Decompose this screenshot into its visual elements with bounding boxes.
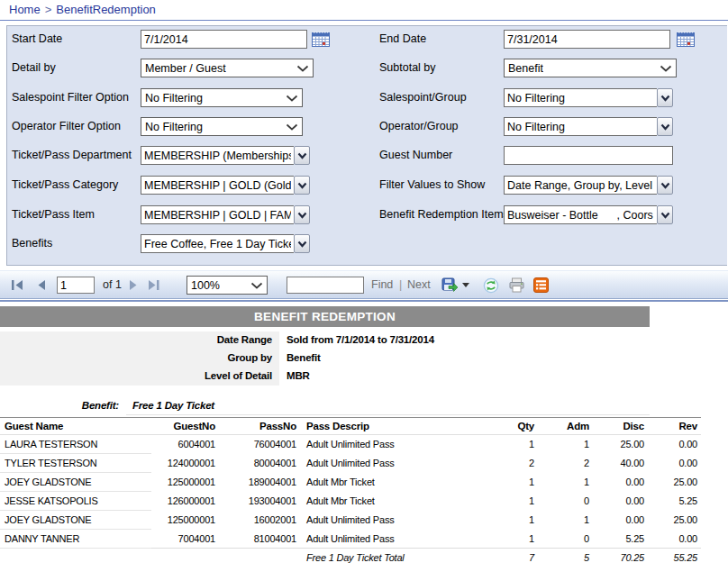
operator-group-value[interactable] [504, 117, 657, 136]
detail-by-select[interactable]: Member / Guest [141, 59, 314, 77]
guest-no: 124000001 [151, 454, 219, 473]
level-of-detail-value: MBR [287, 370, 310, 381]
find-link[interactable]: Find [371, 278, 393, 291]
pass-descrip: Adult Unlimited Pass [300, 530, 483, 549]
chevron-down-icon[interactable] [657, 88, 673, 107]
chevron-down-icon[interactable] [294, 234, 310, 253]
subtotal-by-select[interactable]: Benefit [504, 59, 677, 77]
last-page-button[interactable] [147, 279, 160, 291]
guest-name: JOEY GLADSTONE [0, 473, 151, 492]
find-text-input[interactable] [287, 277, 364, 294]
group-by-value: Benefit [287, 352, 321, 363]
pass-no: 80004001 [219, 454, 300, 473]
disc: 40.00 [593, 454, 648, 473]
table-row: DANNY TANNER 7004001 81004001 Adult Unli… [0, 530, 701, 549]
chevron-down-icon [286, 95, 298, 102]
data-feed-icon[interactable] [533, 277, 549, 293]
benefit-redemption-items-label: Benefit Redemption Items [379, 208, 509, 221]
guest-name: TYLER TESTERSON [0, 454, 151, 473]
disc: 25.00 [593, 435, 648, 454]
adm: 0 [538, 530, 593, 549]
table-row: JOEY GLADSTONE 125000001 16002001 Adult … [0, 511, 701, 530]
benefits-label: Benefits [12, 237, 52, 250]
info-row-date-range: Date Range Sold from 7/1/2014 to 7/31/20… [0, 331, 650, 350]
disc: 0.00 [593, 511, 648, 530]
adm: 1 [538, 435, 593, 454]
chevron-down-icon[interactable] [294, 146, 310, 165]
level-of-detail-label: Level of Detail [0, 368, 279, 386]
disc: 0.00 [593, 473, 648, 492]
next-page-button[interactable] [128, 279, 139, 291]
benefits-value[interactable] [141, 234, 294, 253]
breadcrumb-home-link[interactable]: Home [9, 3, 41, 16]
date-range-value: Sold from 7/1/2014 to 7/31/2014 [287, 334, 434, 345]
salespoint-group-combo[interactable] [504, 88, 673, 107]
rev: 0.00 [648, 435, 701, 454]
ticket-pass-item-value[interactable] [141, 205, 294, 224]
zoom-select[interactable]: 100% [187, 276, 268, 295]
previous-page-button[interactable] [36, 279, 47, 291]
pass-descrip: Adult Unlimited Pass [300, 435, 483, 454]
toolbar-divider [0, 300, 728, 302]
guest-name: JOEY GLADSTONE [0, 511, 151, 530]
breadcrumb-current[interactable]: BenefitRedemption [56, 3, 156, 16]
table-row: JESSE KATSOPOLIS 126000001 193004001 Adu… [0, 492, 701, 511]
ticket-pass-department-combo[interactable] [141, 146, 310, 165]
filter-values-to-show-label: Filter Values to Show [379, 178, 485, 191]
page-count-label: of 1 [103, 278, 122, 291]
guest-name: LAURA TESTERSON [0, 435, 151, 454]
current-page-input[interactable] [57, 277, 95, 294]
table-row: JOEY GLADSTONE 125000001 189004001 Adult… [0, 473, 701, 492]
ticket-pass-department-label: Ticket/Pass Department [12, 149, 132, 161]
print-icon[interactable] [508, 277, 525, 293]
col-guestno: GuestNo [151, 418, 219, 435]
pass-no: 193004001 [219, 492, 300, 511]
chevron-down-icon[interactable] [294, 176, 310, 195]
ticket-pass-category-value[interactable] [141, 176, 294, 195]
chevron-down-icon[interactable] [657, 176, 673, 195]
guest-name: DANNY TANNER [0, 530, 151, 549]
chevron-down-icon[interactable] [294, 205, 310, 224]
pass-no: 16002001 [219, 511, 300, 530]
operator-group-combo[interactable] [504, 117, 673, 136]
page: Home>BenefitRedemption Start Date End Da… [0, 0, 728, 581]
total-adm: 5 [538, 549, 593, 567]
filter-values-to-show-combo[interactable] [504, 176, 673, 195]
detail-by-label: Detail by [12, 61, 56, 74]
salespoint-group-value[interactable] [504, 88, 657, 107]
operator-filter-option-select[interactable]: No Filtering [141, 117, 303, 136]
ticket-pass-department-value[interactable] [141, 146, 294, 165]
group-by-label: Group by [0, 350, 279, 368]
filter-values-to-show-value[interactable] [504, 176, 657, 195]
end-date-calendar-icon[interactable] [677, 31, 695, 47]
benefit-redemption-items-value[interactable] [504, 205, 657, 224]
start-date-field[interactable] [141, 30, 307, 49]
ticket-pass-category-combo[interactable] [141, 176, 310, 195]
find-next-link[interactable]: Next [407, 278, 431, 291]
total-qty: 7 [483, 549, 538, 567]
salespoint-filter-option-label: Salespoint Filter Option [12, 91, 129, 104]
total-disc: 70.25 [593, 549, 648, 567]
benefit-redemption-items-combo[interactable] [504, 205, 673, 224]
report-viewer-toolbar: of 1 100% Find | Next [0, 270, 728, 299]
col-qty: Qty [483, 418, 538, 435]
chevron-down-icon[interactable] [657, 117, 673, 136]
table-row: TYLER TESTERSON 124000001 80004001 Adult… [0, 454, 701, 473]
refresh-icon[interactable] [483, 277, 499, 294]
guest-number-field[interactable] [504, 146, 673, 165]
adm: 1 [538, 473, 593, 492]
export-menu-caret-icon[interactable] [462, 283, 469, 287]
chevron-down-icon[interactable] [657, 205, 673, 224]
guest-no: 6004001 [151, 435, 219, 454]
ticket-pass-item-combo[interactable] [141, 205, 310, 224]
salespoint-filter-option-select[interactable]: No Filtering [141, 88, 303, 107]
col-pass-descrip: Pass Descrip [300, 418, 483, 435]
first-page-button[interactable] [11, 279, 24, 291]
export-icon[interactable] [441, 277, 459, 293]
qty: 1 [483, 511, 538, 530]
start-date-calendar-icon[interactable] [312, 31, 330, 47]
benefits-combo[interactable] [141, 234, 310, 253]
pass-no: 189004001 [219, 473, 300, 492]
end-date-field[interactable] [504, 30, 670, 49]
report-parameters-panel: Start Date End Date Detail by Member / G… [6, 25, 727, 266]
